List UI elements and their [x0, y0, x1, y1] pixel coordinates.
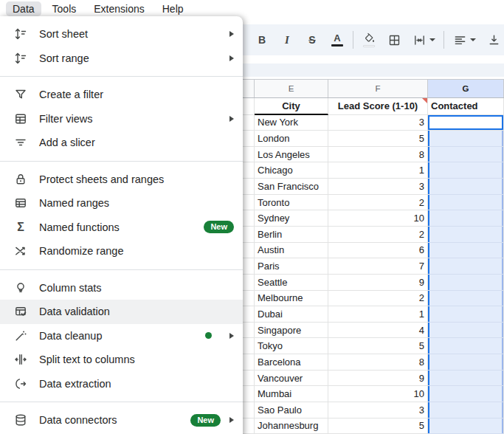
strikethrough-button[interactable]: S: [300, 29, 325, 51]
city-cell[interactable]: Barcelona: [255, 354, 328, 371]
contacted-cell[interactable]: [428, 371, 504, 387]
city-cell[interactable]: Tokyo: [255, 338, 328, 354]
lead-score-cell[interactable]: 8: [328, 147, 428, 163]
contacted-cell[interactable]: [428, 402, 504, 418]
menu-item-named-ranges[interactable]: Named ranges: [0, 191, 243, 216]
vertical-align-icon: [487, 33, 501, 47]
merge-cells-dropdown-icon[interactable]: [429, 38, 435, 41]
cell-lead-score-header[interactable]: Lead Score (1-10): [328, 98, 428, 115]
menu-item-named-functions[interactable]: Σ Named functions New: [0, 216, 243, 240]
city-cell[interactable]: Sao Paulo: [255, 402, 328, 418]
cell-city-header[interactable]: City: [255, 98, 328, 115]
contacted-cell[interactable]: [428, 258, 504, 275]
menu-item-randomize-range[interactable]: Randomize range: [0, 239, 243, 264]
city-cell[interactable]: Los Angeles: [255, 147, 328, 163]
contacted-cell[interactable]: [428, 275, 504, 291]
lead-score-cell[interactable]: 4: [328, 323, 428, 339]
submenu-arrow-icon: [229, 417, 234, 423]
lead-score-cell[interactable]: 1: [328, 162, 428, 179]
lead-score-cell[interactable]: 6: [328, 243, 428, 259]
menu-item-data-validation[interactable]: Data validation: [0, 300, 243, 324]
contacted-cell[interactable]: [428, 195, 504, 211]
contacted-cell[interactable]: [428, 243, 504, 259]
city-cell[interactable]: Austin: [255, 243, 328, 259]
lead-score-cell[interactable]: 5: [328, 131, 428, 147]
lead-score-cell[interactable]: 3: [328, 179, 428, 195]
fill-color-button[interactable]: [356, 29, 382, 51]
lead-score-cell[interactable]: 3: [328, 115, 428, 131]
contacted-cell[interactable]: [428, 147, 504, 163]
contacted-cell[interactable]: [428, 162, 504, 179]
menu-item-data-cleanup[interactable]: Data cleanup: [0, 324, 243, 348]
lead-score-cell[interactable]: 5: [328, 418, 428, 434]
city-cell[interactable]: New York: [255, 115, 328, 131]
menu-item-filter-views[interactable]: Filter views: [0, 107, 243, 131]
lead-score-cell[interactable]: 3: [328, 402, 428, 418]
column-header-e[interactable]: E: [255, 80, 328, 97]
city-cell[interactable]: London: [255, 131, 328, 147]
lead-score-cell[interactable]: 7: [328, 258, 428, 275]
city-cell[interactable]: Melbourne: [255, 291, 328, 307]
lead-score-cell[interactable]: 8: [328, 354, 428, 371]
city-cell[interactable]: Mumbai: [255, 386, 328, 402]
city-cell[interactable]: Vancouver: [255, 371, 328, 387]
text-color-button[interactable]: A: [325, 29, 350, 51]
menu-item-sort-sheet[interactable]: Sort sheet: [0, 22, 243, 46]
menu-item-create-a-filter[interactable]: Create a filter: [0, 83, 243, 107]
menubar-item-extensions[interactable]: Extensions: [87, 1, 151, 16]
contacted-cell[interactable]: [428, 227, 504, 243]
menu-item-column-stats[interactable]: Column stats: [0, 276, 243, 300]
city-cell[interactable]: Toronto: [255, 195, 328, 211]
city-cell[interactable]: Johannesburg: [255, 418, 328, 434]
contacted-cell[interactable]: [428, 179, 504, 195]
contacted-cell[interactable]: [428, 323, 504, 339]
menubar-item-help[interactable]: Help: [156, 1, 190, 16]
contacted-cell[interactable]: [428, 354, 504, 371]
city-cell[interactable]: Paris: [255, 258, 328, 275]
contacted-cell[interactable]: [428, 210, 504, 227]
borders-button[interactable]: [382, 29, 407, 51]
horizontal-align-dropdown-icon[interactable]: [470, 38, 476, 41]
menu-item-sort-range[interactable]: Sort range: [0, 46, 243, 71]
column-header-g[interactable]: G: [428, 80, 504, 97]
lead-score-cell[interactable]: 2: [328, 227, 428, 243]
lead-score-cell[interactable]: 1: [328, 306, 428, 323]
merge-cells-button[interactable]: [407, 29, 441, 51]
contacted-cell[interactable]: [428, 338, 504, 354]
menu-item-data-connectors[interactable]: Data connectors New: [0, 408, 243, 433]
lead-score-cell[interactable]: 10: [328, 210, 428, 227]
city-cell[interactable]: Seattle: [255, 275, 328, 291]
active-cell-g2[interactable]: [428, 115, 504, 131]
horizontal-align-button[interactable]: [447, 29, 481, 51]
bold-button[interactable]: B: [249, 29, 275, 51]
data-validation-icon: [13, 304, 28, 319]
menu-item-data-extraction[interactable]: Data extraction: [0, 372, 243, 396]
lead-score-cell[interactable]: 9: [328, 275, 428, 291]
contacted-cell[interactable]: [428, 418, 504, 434]
contacted-cell[interactable]: [428, 386, 504, 402]
city-cell[interactable]: Berlin: [255, 227, 328, 243]
menu-item-add-a-slicer[interactable]: Add a slicer: [0, 131, 243, 155]
city-cell[interactable]: Chicago: [255, 162, 328, 179]
contacted-cell[interactable]: [428, 291, 504, 307]
column-header-f[interactable]: F: [328, 80, 428, 97]
contacted-cell[interactable]: [428, 306, 504, 323]
city-cell[interactable]: San Francisco: [255, 179, 328, 195]
menu-item-split-text-to-columns[interactable]: Split text to columns: [0, 348, 243, 372]
city-cell[interactable]: Sydney: [255, 210, 328, 227]
contacted-cell[interactable]: [428, 131, 504, 147]
cell-contacted-header[interactable]: Contacted: [428, 98, 504, 115]
merge-cells-icon: [412, 33, 427, 47]
menubar-item-data[interactable]: Data: [6, 1, 41, 16]
lead-score-cell[interactable]: 5: [328, 338, 428, 354]
city-cell[interactable]: Singapore: [255, 323, 328, 339]
lead-score-cell[interactable]: 2: [328, 195, 428, 211]
city-cell[interactable]: Dubai: [255, 306, 328, 323]
lead-score-cell[interactable]: 10: [328, 386, 428, 402]
vertical-align-button[interactable]: [481, 29, 504, 51]
lead-score-cell[interactable]: 2: [328, 291, 428, 307]
lead-score-cell[interactable]: 9: [328, 371, 428, 387]
menu-item-protect-sheets-and-ranges[interactable]: Protect sheets and ranges: [0, 168, 243, 192]
italic-button[interactable]: I: [275, 29, 300, 51]
menubar-item-tools[interactable]: Tools: [46, 1, 83, 16]
